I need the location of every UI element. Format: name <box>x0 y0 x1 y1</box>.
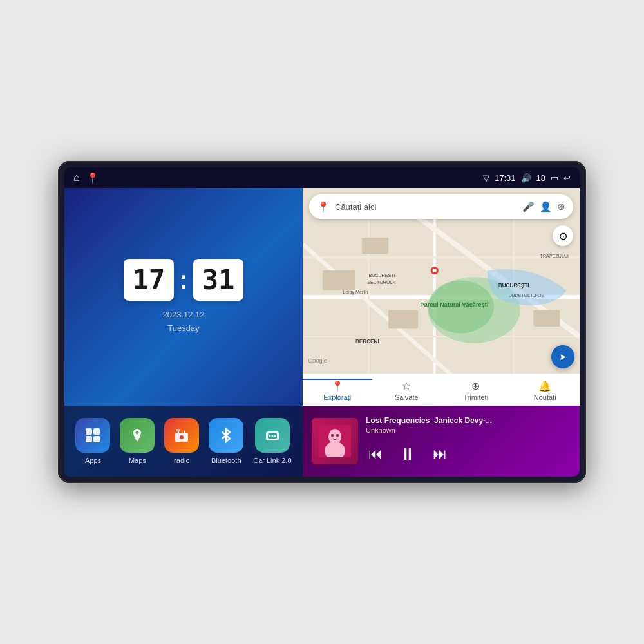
share-label: Trimiteți <box>463 393 488 401</box>
svg-rect-26 <box>362 238 388 254</box>
map-account-icon[interactable]: 👤 <box>540 201 552 213</box>
app-icon-apps[interactable]: Apps <box>75 418 110 464</box>
svg-point-11 <box>269 435 270 437</box>
home-icon[interactable]: ⌂ <box>73 172 80 184</box>
music-next-button[interactable]: ⏭ <box>430 443 450 465</box>
app-icon-bluetooth[interactable]: Bluetooth <box>209 418 243 464</box>
map-nav-news[interactable]: 🔔 Noutăți <box>511 379 580 401</box>
svg-text:TRAPEZULUI: TRAPEZULUI <box>540 254 569 259</box>
map-bottom-nav: 📍 Explorați ☆ Salvate ⊕ Trimiteți 🔔 <box>303 374 580 406</box>
map-search-text[interactable]: Căutați aici <box>335 202 517 212</box>
app-icon-radio[interactable]: FM radio <box>164 418 199 464</box>
battery-icon: ▭ <box>551 173 558 183</box>
svg-text:Google: Google <box>308 357 327 364</box>
map-layers-icon[interactable]: ⊛ <box>557 201 565 213</box>
music-artist: Unknown <box>366 426 571 434</box>
status-time: 17:31 <box>495 173 516 183</box>
svg-point-43 <box>331 434 334 437</box>
svg-text:BERCENI: BERCENI <box>355 339 379 345</box>
svg-text:Leroy Merlin: Leroy Merlin <box>343 290 368 295</box>
clock-display: 17 : 31 <box>124 259 243 301</box>
share-icon: ⊕ <box>471 380 480 392</box>
svg-point-5 <box>180 435 184 439</box>
svg-text:SECTORUL 4: SECTORUL 4 <box>367 280 396 285</box>
svg-rect-27 <box>388 310 418 328</box>
svg-rect-0 <box>86 428 92 435</box>
maps-icon[interactable]: 📍 <box>86 172 99 184</box>
music-prev-button[interactable]: ⏮ <box>366 443 385 465</box>
music-play-button[interactable]: ⏸ <box>397 442 419 467</box>
news-label: Noutăți <box>534 393 556 401</box>
clock-hours: 17 <box>124 259 175 301</box>
news-icon: 🔔 <box>538 380 551 392</box>
clock-widget: 17 : 31 2023.12.12 Tuesday <box>64 188 303 406</box>
map-search-icons: 🎤 👤 ⊛ <box>522 201 565 213</box>
status-right: ▽ 17:31 🔊 18 ▭ ↩ <box>483 173 571 183</box>
svg-point-13 <box>274 435 276 437</box>
map-search-bar[interactable]: 📍 Căutați aici 🎤 👤 ⊛ <box>309 194 573 219</box>
apps-label: Apps <box>85 457 101 464</box>
map-nav-saved[interactable]: ☆ Salvate <box>372 379 442 401</box>
music-title: Lost Frequencies_Janieck Devy-... <box>366 416 571 425</box>
music-controls: ⏮ ⏸ ⏭ <box>366 442 571 467</box>
svg-rect-7 <box>184 431 185 433</box>
svg-rect-25 <box>323 270 355 290</box>
volume-icon: 🔊 <box>521 173 531 183</box>
battery-level: 18 <box>536 173 545 183</box>
music-info: Lost Frequencies_Janieck Devy-... Unknow… <box>366 416 571 467</box>
music-cover-art <box>312 418 358 464</box>
svg-text:BUCUREȘTI: BUCUREȘTI <box>498 283 529 289</box>
svg-text:BUCUREȘTI: BUCUREȘTI <box>368 273 395 278</box>
bluetooth-icon-circle <box>209 418 243 453</box>
map-voice-icon[interactable]: 🎤 <box>522 201 535 213</box>
date-info: 2023.12.12 Tuesday <box>162 308 204 336</box>
gps-icon: ▽ <box>483 173 489 183</box>
svg-text:FM: FM <box>176 428 180 432</box>
app-icon-carlink[interactable]: Car Link 2.0 <box>253 418 291 464</box>
music-widget: Lost Frequencies_Janieck Devy-... Unknow… <box>303 406 580 477</box>
svg-text:Parcul Natural Văcărești: Parcul Natural Văcărești <box>421 301 489 308</box>
map-compass-button[interactable]: ⊙ <box>553 225 573 246</box>
left-panel: 17 : 31 2023.12.12 Tuesday <box>64 188 303 477</box>
status-bar: ⌂ 📍 ▽ 17:31 🔊 18 ▭ ↩ <box>64 167 580 188</box>
clock-minutes: 31 <box>193 259 244 301</box>
clock-colon: : <box>179 265 187 294</box>
device-screen: ⌂ 📍 ▽ 17:31 🔊 18 ▭ ↩ 17 : <box>64 167 580 477</box>
saved-icon: ☆ <box>402 380 411 392</box>
explore-icon: 📍 <box>331 380 344 392</box>
map-pin-small-icon: 📍 <box>317 201 330 213</box>
svg-rect-28 <box>533 310 560 327</box>
right-panel: Parcul Natural Văcărești Leroy Merlin BU… <box>303 188 580 477</box>
music-cover <box>312 418 358 464</box>
svg-rect-1 <box>93 428 100 435</box>
bluetooth-label: Bluetooth <box>211 457 241 464</box>
map-nav-share[interactable]: ⊕ Trimiteți <box>441 379 511 401</box>
back-icon[interactable]: ↩ <box>564 173 571 183</box>
map-nav-explore[interactable]: 📍 Explorați <box>303 379 372 401</box>
svg-point-12 <box>271 435 273 437</box>
maps-label: Maps <box>129 457 146 464</box>
app-icon-maps[interactable]: Maps <box>120 418 155 464</box>
maps-icon-circle <box>120 418 155 453</box>
svg-text:JUDEȚUL ILFOV: JUDEȚUL ILFOV <box>509 293 545 298</box>
carlink-label: Car Link 2.0 <box>253 457 291 464</box>
carlink-icon-circle <box>255 418 290 453</box>
app-icons-row: Apps Maps <box>64 406 303 477</box>
main-content: 17 : 31 2023.12.12 Tuesday <box>64 188 580 477</box>
svg-rect-2 <box>86 436 92 442</box>
map-navigate-button[interactable]: ➤ <box>551 345 574 368</box>
explore-label: Explorați <box>323 393 351 401</box>
svg-rect-3 <box>93 436 100 442</box>
radio-label: radio <box>174 457 189 464</box>
apps-icon-circle <box>75 418 110 453</box>
car-display-device: ⌂ 📍 ▽ 17:31 🔊 18 ▭ ↩ 17 : <box>58 161 586 483</box>
svg-point-39 <box>433 269 437 272</box>
svg-point-44 <box>336 434 339 437</box>
saved-label: Salvate <box>395 393 419 401</box>
clock-date: 2023.12.12 <box>162 308 204 322</box>
status-left: ⌂ 📍 <box>73 172 99 184</box>
map-widget[interactable]: Parcul Natural Văcărești Leroy Merlin BU… <box>303 188 580 406</box>
radio-icon-circle: FM <box>164 418 199 453</box>
clock-day: Tuesday <box>162 322 204 336</box>
